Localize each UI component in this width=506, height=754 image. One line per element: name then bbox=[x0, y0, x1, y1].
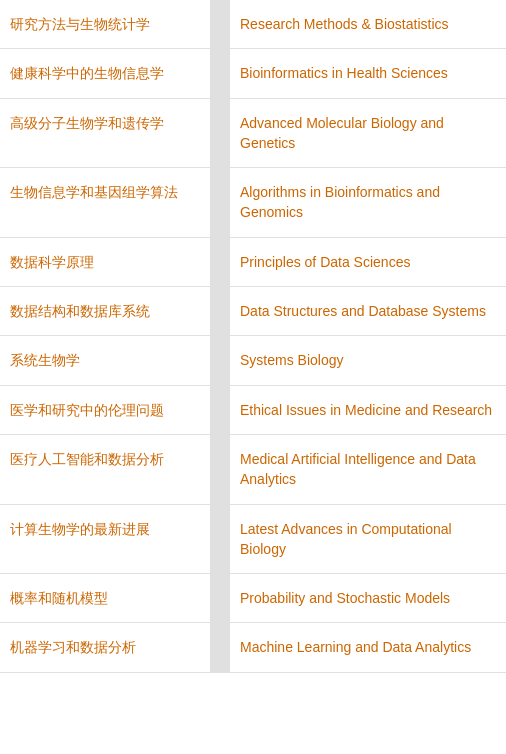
course-english-name: Latest Advances in Computational Biology bbox=[230, 504, 506, 574]
table-row: 生物信息学和基因组学算法Algorithms in Bioinformatics… bbox=[0, 168, 506, 238]
course-chinese-name: 系统生物学 bbox=[0, 336, 210, 385]
table-row: 医疗人工智能和数据分析Medical Artificial Intelligen… bbox=[0, 434, 506, 504]
column-divider bbox=[210, 49, 230, 98]
course-english-name: Ethical Issues in Medicine and Research bbox=[230, 385, 506, 434]
table-row: 健康科学中的生物信息学Bioinformatics in Health Scie… bbox=[0, 49, 506, 98]
course-chinese-name: 计算生物学的最新进展 bbox=[0, 504, 210, 574]
table-row: 医学和研究中的伦理问题Ethical Issues in Medicine an… bbox=[0, 385, 506, 434]
course-chinese-name: 数据科学原理 bbox=[0, 237, 210, 286]
course-chinese-name: 医疗人工智能和数据分析 bbox=[0, 434, 210, 504]
column-divider bbox=[210, 98, 230, 168]
course-english-name: Systems Biology bbox=[230, 336, 506, 385]
course-chinese-name: 医学和研究中的伦理问题 bbox=[0, 385, 210, 434]
table-row: 数据科学原理Principles of Data Sciences bbox=[0, 237, 506, 286]
course-chinese-name: 高级分子生物学和遗传学 bbox=[0, 98, 210, 168]
column-divider bbox=[210, 385, 230, 434]
course-english-name: Data Structures and Database Systems bbox=[230, 287, 506, 336]
column-divider bbox=[210, 168, 230, 238]
table-row: 计算生物学的最新进展Latest Advances in Computation… bbox=[0, 504, 506, 574]
course-chinese-name: 生物信息学和基因组学算法 bbox=[0, 168, 210, 238]
column-divider bbox=[210, 287, 230, 336]
column-divider bbox=[210, 574, 230, 623]
table-row: 机器学习和数据分析Machine Learning and Data Analy… bbox=[0, 623, 506, 672]
table-row: 数据结构和数据库系统Data Structures and Database S… bbox=[0, 287, 506, 336]
course-english-name: Advanced Molecular Biology and Genetics bbox=[230, 98, 506, 168]
column-divider bbox=[210, 623, 230, 672]
table-row: 系统生物学Systems Biology bbox=[0, 336, 506, 385]
course-english-name: Bioinformatics in Health Sciences bbox=[230, 49, 506, 98]
course-english-name: Medical Artificial Intelligence and Data… bbox=[230, 434, 506, 504]
course-english-name: Probability and Stochastic Models bbox=[230, 574, 506, 623]
course-chinese-name: 概率和随机模型 bbox=[0, 574, 210, 623]
course-english-name: Machine Learning and Data Analytics bbox=[230, 623, 506, 672]
column-divider bbox=[210, 434, 230, 504]
course-chinese-name: 数据结构和数据库系统 bbox=[0, 287, 210, 336]
column-divider bbox=[210, 0, 230, 49]
column-divider bbox=[210, 237, 230, 286]
column-divider bbox=[210, 504, 230, 574]
course-english-name: Algorithms in Bioinformatics and Genomic… bbox=[230, 168, 506, 238]
course-table: 研究方法与生物统计学Research Methods & Biostatisti… bbox=[0, 0, 506, 673]
table-row: 研究方法与生物统计学Research Methods & Biostatisti… bbox=[0, 0, 506, 49]
table-row: 高级分子生物学和遗传学Advanced Molecular Biology an… bbox=[0, 98, 506, 168]
column-divider bbox=[210, 336, 230, 385]
course-chinese-name: 健康科学中的生物信息学 bbox=[0, 49, 210, 98]
course-chinese-name: 机器学习和数据分析 bbox=[0, 623, 210, 672]
course-chinese-name: 研究方法与生物统计学 bbox=[0, 0, 210, 49]
course-english-name: Principles of Data Sciences bbox=[230, 237, 506, 286]
course-english-name: Research Methods & Biostatistics bbox=[230, 0, 506, 49]
table-row: 概率和随机模型Probability and Stochastic Models bbox=[0, 574, 506, 623]
